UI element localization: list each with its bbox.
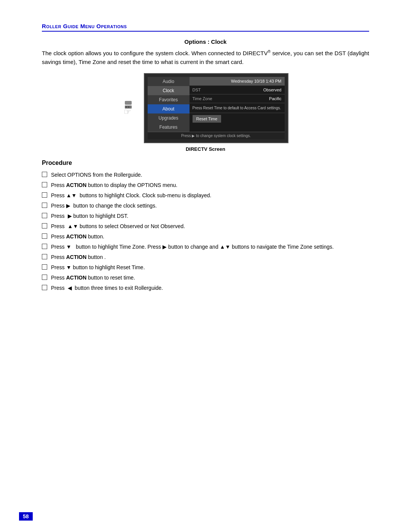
bullet-checkbox [42, 264, 47, 270]
menu-item-audio: Audio [148, 77, 190, 86]
bullet-checkbox [42, 285, 47, 290]
content-panel: Wednesday 10/18 1:43 PM DST Observed Tim… [190, 77, 285, 132]
content-header-row: Wednesday 10/18 1:43 PM [190, 77, 285, 86]
remote-icon: ☞ [123, 98, 142, 117]
intro-paragraph: The clock option allows you to configure… [42, 49, 369, 66]
timezone-label: Time Zone [193, 96, 215, 101]
menu-item-features: Features [148, 123, 190, 132]
menu-panel: Audio Clock Favorites About Upgrades Fea… [148, 77, 190, 132]
dst-value: Observed [263, 88, 282, 92]
timezone-row: Time Zone Pacific [190, 94, 285, 103]
tv-inner: Audio Clock Favorites About Upgrades Fea… [148, 77, 285, 132]
options-label: OPTIONS [124, 118, 140, 121]
svg-text:☞: ☞ [124, 107, 131, 117]
list-item: Press ▲▼ buttons to select Observed or N… [42, 222, 369, 230]
list-item: Press ACTION button to reset time. [42, 274, 369, 282]
bullet-checkbox [42, 182, 47, 187]
bullet-checkbox [42, 213, 47, 218]
bullet-checkbox [42, 275, 47, 280]
dst-row: DST Observed [190, 86, 285, 94]
procedure-section: Procedure Select OPTIONS from the Roller… [42, 160, 369, 292]
reset-description: Press Reset Time to default to Access Ca… [190, 103, 285, 113]
list-item: Press ACTION button. [42, 233, 369, 241]
section-title: Options : Clock [42, 38, 369, 45]
tv-bottom-bar: Press ▶ to change system clock settings. [148, 132, 285, 139]
menu-item-favorites: Favorites [148, 95, 190, 104]
header-section: Roller Guide Menu Operations [42, 23, 369, 32]
header-title: Roller Guide Menu Operations [42, 23, 127, 29]
bullet-checkbox [42, 223, 47, 228]
bullet-checkbox [42, 172, 47, 177]
svg-rect-0 [125, 101, 132, 105]
procedure-title: Procedure [42, 160, 369, 166]
list-item: Press ACTION button to display the OPTIO… [42, 181, 369, 189]
screen-caption: DIRECTV Screen [42, 146, 369, 152]
bullet-checkbox [42, 192, 47, 198]
list-item: Press ▶ button to highlight DST. [42, 212, 369, 220]
tv-with-remote: ☞ OPTIONS Audio Clock Favorites About Up… [123, 73, 288, 143]
registered-mark: ® [268, 50, 270, 54]
list-item: Press ▲▼ buttons to highlight Clock. Clo… [42, 192, 369, 200]
tv-screen-wrapper: ☞ OPTIONS Audio Clock Favorites About Up… [42, 73, 369, 143]
menu-item-upgrades: Upgrades [148, 113, 190, 123]
procedure-list: Select OPTIONS from the Rollerguide. Pre… [42, 171, 369, 292]
remote-side: ☞ OPTIONS [123, 73, 142, 121]
list-item: Press ▼ button to highlight Time Zone. P… [42, 243, 369, 251]
bullet-checkbox [42, 203, 47, 208]
reset-button-row: Reset Time [190, 113, 285, 125]
list-item: Select OPTIONS from the Rollerguide. [42, 171, 369, 179]
bullet-checkbox [42, 254, 47, 259]
list-item: Press ◀ button three times to exit Rolle… [42, 284, 369, 292]
tv-screen: Audio Clock Favorites About Upgrades Fea… [144, 73, 288, 143]
menu-item-about: About [148, 104, 190, 113]
datetime-display: Wednesday 10/18 1:43 PM [231, 79, 282, 83]
page-number: 58 [19, 512, 33, 521]
bullet-checkbox [42, 233, 47, 239]
timezone-value: Pacific [269, 96, 281, 101]
menu-item-clock: Clock [148, 86, 190, 95]
list-item: Press ACTION button . [42, 253, 369, 261]
list-item: Press ▼ button to highlight Reset Time. [42, 264, 369, 272]
reset-time-button[interactable]: Reset Time [193, 115, 221, 123]
list-item: Press ▶ button to change the clock setti… [42, 202, 369, 210]
bullet-checkbox [42, 244, 47, 249]
dst-label: DST [193, 88, 215, 92]
